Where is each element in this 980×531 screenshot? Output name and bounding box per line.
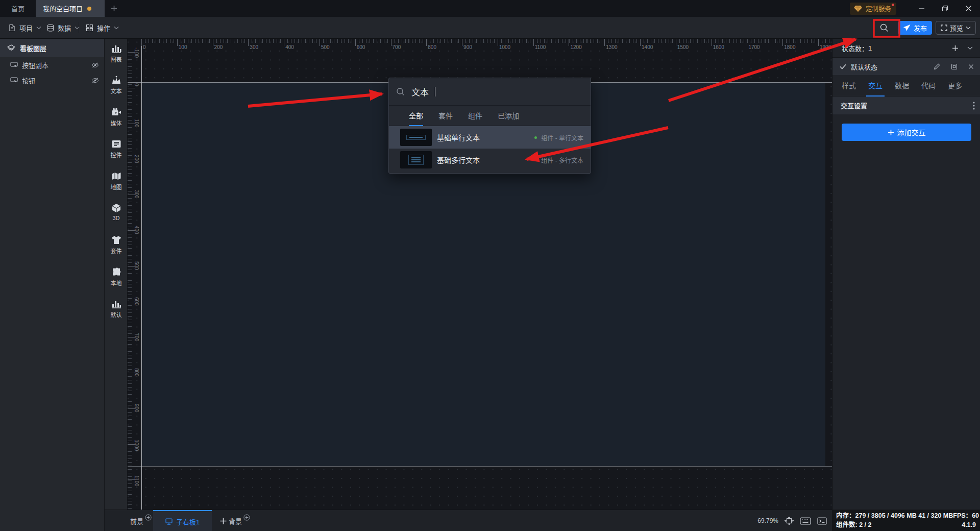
zoom-percent[interactable]: 69.79% — [757, 517, 778, 524]
search-icon — [396, 87, 405, 96]
search-input[interactable]: 文本 — [389, 78, 591, 106]
layer-panel-title: 看板图层 — [20, 43, 46, 53]
sidebar-item-3d[interactable]: 3D — [105, 203, 128, 232]
menu-data[interactable]: 数据 — [47, 17, 80, 38]
sidebar-item-map[interactable]: 地图 — [105, 172, 128, 200]
sidebar-item-label: 地图 — [111, 183, 122, 191]
edit-icon[interactable] — [934, 63, 940, 70]
new-tab-button[interactable] — [105, 0, 123, 17]
search-result-multi-line-text[interactable]: 基础多行文本 组件 - 多行文本 — [389, 149, 591, 171]
tab-interaction[interactable]: 交互 — [868, 75, 883, 96]
kebab-menu-icon[interactable] — [973, 102, 975, 110]
filter-tab-components[interactable]: 组件 — [468, 110, 482, 126]
background-button[interactable]: 背景 — [229, 510, 250, 531]
restore-icon — [942, 5, 948, 12]
layer-panel: 看板图层 按钮副本 按钮 — [0, 39, 105, 531]
menu-data-label: 数据 — [58, 23, 71, 33]
tab-code[interactable]: 代码 — [921, 75, 936, 96]
close-button[interactable] — [957, 0, 980, 17]
add-interaction-button[interactable]: 添加交互 — [842, 124, 971, 141]
custom-service-badge[interactable]: 定制服务 — [850, 3, 896, 15]
status-dot — [534, 159, 537, 161]
add-state-icon[interactable] — [951, 44, 959, 52]
duplicate-icon[interactable] — [951, 63, 958, 70]
keyboard-shortcuts-icon[interactable] — [800, 517, 811, 525]
filter-tab-kits[interactable]: 套件 — [438, 110, 453, 126]
fit-view-icon[interactable] — [785, 517, 794, 525]
filter-tab-added[interactable]: 已添加 — [498, 110, 519, 126]
interaction-settings-title: 交互设置 — [841, 101, 867, 110]
chevron-down-icon — [966, 26, 971, 30]
toolbar-separator — [40, 22, 40, 33]
toolbar-separator — [79, 22, 79, 33]
sidebar-item-widgets[interactable]: 控件 — [105, 139, 128, 168]
eye-slash-icon[interactable] — [91, 62, 99, 68]
tab-more[interactable]: 更多 — [948, 75, 962, 96]
tab-home[interactable]: 首页 — [0, 0, 36, 17]
result-meta: 组件 - 单行文本 — [534, 133, 583, 142]
menu-action-label: 操作 — [97, 23, 110, 33]
sidebar-item-media[interactable]: 媒体 — [105, 108, 128, 136]
artboard-left-edge — [141, 44, 142, 510]
document-icon — [8, 24, 16, 32]
right-panel-tabs: 样式 交互 数据 代码 更多 — [832, 75, 980, 96]
sidebar-item-label: 本地 — [111, 279, 122, 287]
filter-tab-all[interactable]: 全部 — [409, 110, 423, 126]
state-count-label: 状态数： — [842, 43, 868, 53]
sidebar-item-charts[interactable]: 图表 — [105, 44, 128, 73]
sidebar-item-kits[interactable]: 套件 — [105, 235, 128, 264]
search-filter-tabs: 全部 套件 组件 已添加 — [389, 106, 591, 126]
component-search-modal: 文本 全部 套件 组件 已添加 基础单行文本 组件 - 单行文本 基础多行文本 … — [388, 78, 591, 174]
subboard-tab-label: 子看板1 — [176, 517, 200, 526]
unsaved-dot — [87, 7, 91, 11]
plus-icon — [110, 5, 118, 12]
minimize-button[interactable] — [910, 0, 933, 17]
state-count-row: 状态数： 1 — [832, 39, 980, 58]
layer-item-button[interactable]: 按钮 — [0, 73, 104, 88]
tab-project[interactable]: 我的空白项目 — [36, 0, 105, 17]
layer-name: 按钮 — [22, 76, 35, 85]
default-state-row[interactable]: 默认状态 — [832, 58, 980, 75]
restore-button[interactable] — [933, 0, 957, 17]
text-caret — [435, 87, 435, 96]
custom-service-label: 定制服务 — [866, 4, 891, 13]
app-window: 首页 我的空白项目 定制服务 — [0, 0, 980, 531]
background-label: 背景 — [229, 516, 242, 526]
search-result-single-line-text[interactable]: 基础单行文本 组件 - 单行文本 — [389, 126, 591, 149]
chevron-down-icon — [114, 26, 119, 30]
sidebar-item-local[interactable]: 本地 — [105, 267, 128, 296]
layers-icon — [7, 44, 15, 52]
check-icon — [840, 64, 846, 69]
sidebar-item-text[interactable]: 文本 — [105, 76, 128, 104]
sidebar-item-default[interactable]: 默认 — [105, 299, 128, 328]
kit-icon — [111, 235, 121, 245]
sidebar-item-label: 套件 — [111, 247, 122, 255]
menu-project[interactable]: 项目 — [8, 17, 41, 38]
component-search-button[interactable] — [873, 20, 895, 35]
plus-icon — [219, 517, 227, 525]
minimize-icon — [918, 5, 925, 12]
preview-button[interactable]: 预览 — [936, 21, 976, 35]
circled-plus-icon[interactable] — [145, 514, 152, 521]
foreground-button[interactable]: 前景 — [130, 510, 152, 531]
foreground-label: 前景 — [130, 516, 143, 526]
menu-action[interactable]: 操作 — [86, 17, 119, 38]
notification-dot — [892, 4, 894, 6]
tab-style[interactable]: 样式 — [842, 75, 856, 96]
button-component-icon — [10, 62, 18, 68]
menu-toolbar: 项目 数据 操作 发布 预览 — [0, 17, 980, 39]
layer-item-button-copy[interactable]: 按钮副本 — [0, 57, 104, 73]
eye-slash-icon[interactable] — [91, 77, 99, 84]
console-icon[interactable] — [817, 517, 827, 525]
result-title: 基础多行文本 — [437, 155, 480, 165]
close-icon — [965, 5, 972, 12]
publish-button[interactable]: 发布 — [898, 21, 932, 35]
collapse-states-icon[interactable] — [967, 46, 973, 50]
interaction-settings-row: 交互设置 — [832, 96, 980, 114]
circled-plus-icon[interactable] — [243, 514, 250, 521]
board-icon — [165, 518, 173, 525]
tab-data[interactable]: 数据 — [895, 75, 909, 96]
delete-state-icon[interactable] — [968, 64, 974, 69]
layer-name: 按钮副本 — [22, 60, 48, 70]
subboard-tab[interactable]: 子看板1 — [153, 510, 212, 531]
